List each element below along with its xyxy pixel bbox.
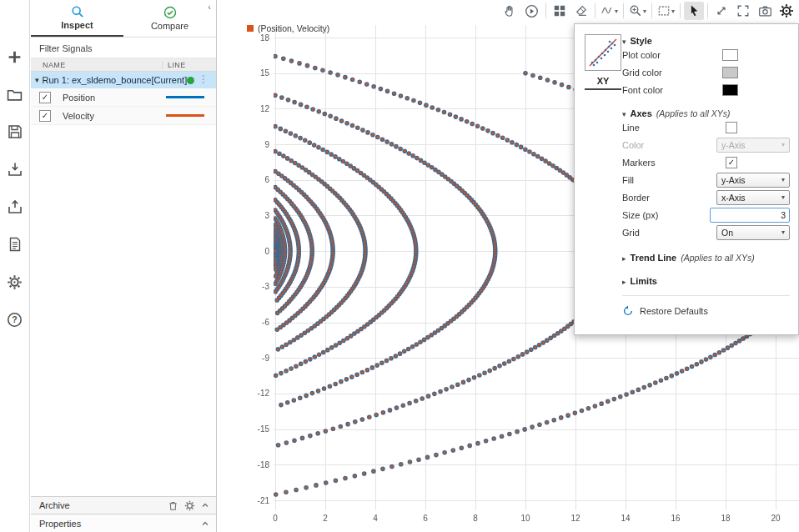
settings-sections: ▾ Style Plot color Grid color Font color… [622, 31, 790, 317]
check-circle-icon [163, 6, 177, 19]
properties-bar[interactable]: Properties [31, 514, 216, 532]
plot-color-row: Plot color [622, 46, 790, 63]
popup-divider [622, 295, 790, 296]
fullscreen-icon [736, 4, 750, 18]
fill-label: Fill [622, 175, 634, 185]
line-row: Line [622, 118, 790, 136]
color-dropdown: y-Axis ▾ [716, 138, 790, 153]
signal-table-header: NAME LINE [31, 58, 216, 72]
chevron-down-icon: ▾ [643, 8, 646, 15]
limits-section-header[interactable]: ▸ Limits [622, 276, 790, 286]
pan-tool-button[interactable] [500, 2, 520, 20]
markers-row: Markers ✓ [622, 153, 790, 171]
xy-visualization-thumbnail[interactable] [585, 34, 621, 71]
preferences-button[interactable] [5, 272, 25, 292]
run-options-icon[interactable]: ⋮ [198, 73, 209, 85]
chevron-down-icon: ▾ [781, 193, 785, 201]
run-expand-icon[interactable]: ▾ [35, 76, 39, 84]
plot-settings-button[interactable] [776, 2, 796, 20]
color-label: Color [622, 140, 644, 150]
border-row: Border x-Axis ▾ [622, 188, 790, 206]
layout-button[interactable] [550, 2, 570, 20]
grid-color-label: Grid color [622, 68, 662, 78]
chevron-down-icon: ▾ [615, 8, 618, 15]
open-button[interactable] [5, 84, 25, 104]
play-circle-icon [525, 4, 539, 18]
position-checkbox[interactable]: ✓ [39, 92, 51, 103]
legend-marker-swatch [247, 25, 254, 32]
report-button[interactable] [5, 234, 25, 254]
zoom-in-button[interactable]: ▾ [627, 2, 648, 20]
caret-down-icon: ▾ [622, 38, 626, 46]
toolbar-separator [623, 3, 624, 18]
font-color-swatch[interactable] [722, 84, 738, 96]
collapse-panel-icon[interactable]: ‹ [208, 2, 211, 12]
signal-trace-button[interactable]: ▾ [599, 2, 620, 20]
trend-line-section-note: (Applies to all XYs) [681, 253, 755, 263]
velocity-checkbox[interactable]: ✓ [39, 110, 51, 122]
tab-compare[interactable]: Compare [123, 0, 216, 37]
filter-signals-input[interactable] [38, 43, 213, 54]
hand-icon [503, 4, 517, 18]
xy-scatter-preview-icon [585, 35, 621, 70]
legend-label: (Position, Velocity) [258, 23, 329, 33]
replay-button[interactable] [522, 2, 542, 20]
grid-color-swatch[interactable] [722, 67, 738, 78]
app-toolbar: ? [0, 0, 30, 532]
run-row[interactable]: ▾ Run 1: ex_sldemo_bounce[Current] ⋮ [31, 72, 216, 88]
style-section-title: Style [631, 36, 652, 46]
question-icon: ? [7, 312, 23, 328]
column-line-header: LINE [163, 61, 216, 69]
archive-delete-button[interactable] [168, 500, 178, 511]
column-name-header: NAME [31, 61, 163, 69]
marker-size-input[interactable] [710, 208, 790, 223]
font-color-row: Font color [622, 81, 790, 98]
archive-collapse-button[interactable] [201, 501, 209, 509]
archive-bar[interactable]: Archive [31, 496, 216, 514]
border-label: Border [622, 193, 650, 203]
style-section-header[interactable]: ▾ Style [622, 36, 790, 46]
toolbar-separator [545, 3, 546, 18]
signal-row-velocity[interactable]: ✓ Velocity [31, 107, 216, 125]
fullscreen-button[interactable] [733, 2, 753, 20]
help-button[interactable]: ? [5, 309, 25, 329]
color-row: Color y-Axis ▾ [622, 136, 790, 153]
fit-to-view-button[interactable] [711, 2, 731, 20]
diagonal-arrows-icon [715, 4, 728, 18]
plot-color-swatch[interactable] [722, 49, 738, 61]
font-color-label: Font color [622, 85, 663, 95]
limits-section-title: Limits [631, 276, 657, 286]
restore-defaults-button[interactable]: Restore Defaults [622, 305, 790, 317]
properties-collapse-button[interactable] [201, 519, 209, 528]
archive-settings-button[interactable] [184, 500, 195, 511]
axes-section-header[interactable]: ▾ Axes (Applies to all XYs) [622, 108, 790, 118]
import-button[interactable] [5, 159, 25, 179]
save-icon [8, 124, 23, 139]
markers-checkbox[interactable]: ✓ [726, 157, 737, 168]
pointer-tool-button[interactable] [684, 2, 704, 20]
properties-label: Properties [39, 519, 81, 529]
grid-dropdown[interactable]: On ▾ [716, 225, 790, 240]
border-dropdown-value: x-Axis [721, 193, 746, 203]
border-dropdown[interactable]: x-Axis ▾ [716, 190, 790, 205]
grid-label: Grid [622, 228, 640, 238]
snapshot-button[interactable] [755, 2, 775, 20]
xy-thumbnail-label[interactable]: XY [585, 76, 621, 90]
toolbar-separator [595, 3, 595, 18]
tab-inspect[interactable]: Inspect [31, 0, 123, 37]
grid-color-row: Grid color [622, 63, 790, 81]
plot-legend: (Position, Velocity) [247, 23, 329, 33]
tab-compare-label: Compare [151, 21, 188, 31]
clear-plots-button[interactable] [571, 2, 591, 20]
zoom-region-button[interactable]: ▾ [656, 2, 676, 20]
toolbar-separator [680, 3, 681, 18]
line-checkbox[interactable] [726, 122, 737, 133]
export-button[interactable] [5, 197, 25, 217]
signal-row-position[interactable]: ✓ Position [31, 88, 216, 107]
plus-icon [7, 49, 23, 65]
grid-layout-icon [553, 4, 566, 18]
add-button[interactable] [5, 47, 25, 67]
trend-line-section-header[interactable]: ▸ Trend Line (Applies to all XYs) [622, 253, 790, 263]
save-button[interactable] [5, 122, 25, 142]
fill-dropdown[interactable]: y-Axis ▾ [716, 173, 790, 188]
